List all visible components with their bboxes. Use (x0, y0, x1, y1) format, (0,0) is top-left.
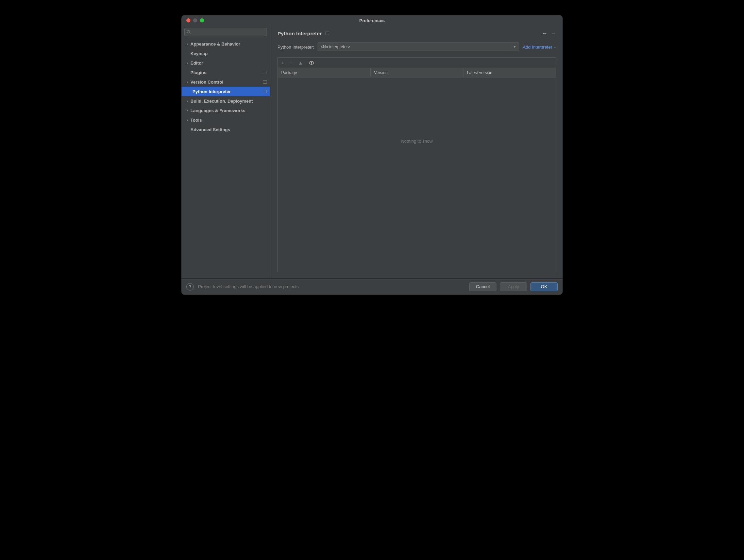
packages-panel: + − ▲ Package Version Latest version Not… (277, 57, 556, 272)
window-title: Preferences (182, 18, 562, 23)
column-latest[interactable]: Latest version (463, 68, 556, 77)
minimize-icon (193, 18, 197, 22)
interpreter-dropdown[interactable]: <No interpreter> ▼ (318, 42, 520, 51)
chevron-right-icon: › (185, 109, 190, 112)
sidebar-item-label: Languages & Frameworks (190, 108, 266, 113)
packages-empty: Nothing to show (278, 77, 556, 272)
sidebar-item-label: Python Interpreter (190, 89, 266, 94)
packages-toolbar: + − ▲ (278, 58, 556, 68)
sidebar-item-label: Version Control (190, 80, 266, 85)
column-version[interactable]: Version (371, 68, 463, 77)
window-controls (186, 18, 204, 22)
page-title: Python Interpreter (277, 31, 322, 36)
project-scope-icon (325, 32, 329, 35)
apply-button[interactable]: Apply (500, 282, 527, 291)
remove-package-icon[interactable]: − (290, 60, 293, 66)
chevron-right-icon: › (185, 80, 190, 84)
preferences-window: Preferences ›Appearance & Behavior›Keyma… (181, 15, 563, 295)
project-scope-icon (263, 90, 267, 93)
packages-header: Package Version Latest version (278, 68, 556, 77)
main-panel: Python Interpreter ← → Python Interprete… (270, 25, 562, 278)
back-icon[interactable]: ← (542, 30, 547, 36)
settings-tree: ›Appearance & Behavior›Keymap›Editor›Plu… (182, 38, 270, 278)
body: ›Appearance & Behavior›Keymap›Editor›Plu… (182, 25, 562, 278)
sidebar-item-label: Advanced Settings (190, 127, 266, 132)
project-scope-icon (263, 71, 267, 74)
sidebar: ›Appearance & Behavior›Keymap›Editor›Plu… (182, 25, 270, 278)
sidebar-item-editor[interactable]: ›Editor (182, 58, 270, 68)
add-package-icon[interactable]: + (281, 60, 284, 66)
sidebar-item-plugins[interactable]: ›Plugins (182, 68, 270, 77)
sidebar-item-label: Plugins (190, 70, 266, 75)
ok-button[interactable]: OK (530, 282, 558, 291)
sidebar-item-tools[interactable]: ›Tools (182, 115, 270, 125)
sidebar-item-appearance-behavior[interactable]: ›Appearance & Behavior (182, 39, 270, 49)
add-interpreter-link[interactable]: Add Interpreter ⌄ (523, 45, 556, 50)
project-scope-icon (263, 80, 267, 84)
sidebar-item-label: Build, Execution, Deployment (190, 99, 266, 104)
chevron-down-icon: ⌄ (554, 45, 556, 49)
search-icon (187, 30, 191, 34)
show-early-releases-icon[interactable] (308, 61, 315, 65)
svg-point-2 (311, 62, 312, 64)
sidebar-item-languages-frameworks[interactable]: ›Languages & Frameworks (182, 106, 270, 115)
chevron-right-icon: › (185, 118, 190, 122)
footer: ? Project-level settings will be applied… (182, 278, 562, 295)
sidebar-item-label: Tools (190, 118, 266, 123)
footer-hint: Project-level settings will be applied t… (198, 284, 299, 289)
column-package[interactable]: Package (278, 68, 371, 77)
forward-icon: → (551, 30, 556, 36)
main-header: Python Interpreter ← → (270, 25, 562, 36)
titlebar: Preferences (182, 15, 562, 25)
interpreter-label: Python Interpreter: (277, 45, 314, 50)
upgrade-package-icon[interactable]: ▲ (298, 60, 303, 66)
interpreter-value: <No interpreter> (321, 45, 350, 49)
sidebar-item-version-control[interactable]: ›Version Control (182, 77, 270, 87)
sidebar-item-label: Keymap (190, 51, 266, 56)
interpreter-row: Python Interpreter: <No interpreter> ▼ A… (270, 36, 562, 51)
search-field[interactable] (192, 30, 265, 34)
add-interpreter-label: Add Interpreter (523, 45, 552, 50)
sidebar-item-label: Editor (190, 60, 266, 66)
cancel-button[interactable]: Cancel (469, 282, 496, 291)
sidebar-item-python-interpreter[interactable]: ›Python Interpreter (182, 87, 270, 96)
chevron-right-icon: › (185, 42, 190, 46)
sidebar-item-keymap[interactable]: ›Keymap (182, 49, 270, 58)
zoom-icon[interactable] (200, 18, 204, 22)
sidebar-item-build-execution-deployment[interactable]: ›Build, Execution, Deployment (182, 96, 270, 106)
chevron-down-icon: ▼ (513, 45, 516, 49)
close-icon[interactable] (186, 18, 190, 22)
search-input[interactable] (184, 28, 267, 36)
chevron-right-icon: › (185, 61, 190, 65)
chevron-right-icon: › (185, 99, 190, 103)
svg-line-1 (189, 33, 190, 34)
help-icon[interactable]: ? (186, 283, 194, 291)
sidebar-item-label: Appearance & Behavior (190, 41, 266, 47)
history-nav: ← → (542, 30, 556, 36)
svg-point-0 (187, 31, 190, 33)
sidebar-item-advanced-settings[interactable]: ›Advanced Settings (182, 125, 270, 134)
